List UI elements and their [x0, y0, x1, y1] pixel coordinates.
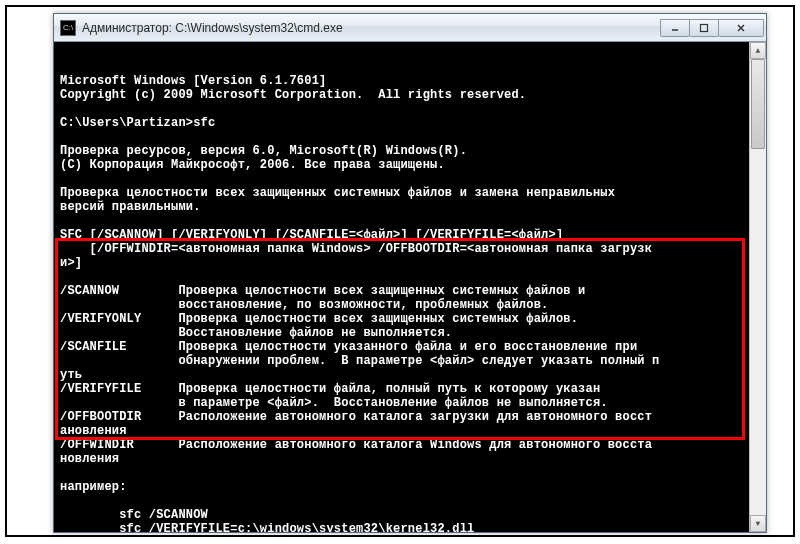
console-line: sfc /VERIFYFILE=c:\windows\system32\kern…: [60, 522, 747, 532]
console-line: [60, 130, 747, 144]
console-line: Проверка целостности всех защищенных сис…: [60, 186, 747, 200]
console-line: /SCANNOW Проверка целостности всех защищ…: [60, 284, 747, 298]
svg-rect-1: [701, 24, 708, 31]
console-line: обнаружении проблем. В параметре <файл> …: [60, 354, 747, 368]
console-line: [/OFFWINDIR=<автономная папка Windows> /…: [60, 242, 747, 256]
console-line: /OFFBOOTDIR Расположение автономного кат…: [60, 410, 747, 424]
console-line: [60, 102, 747, 116]
console-line: ановления: [60, 424, 747, 438]
console-line: и>]: [60, 256, 747, 270]
console-line: C:\Users\Partizan>sfc: [60, 116, 747, 130]
console-line: sfc /SCANNOW: [60, 508, 747, 522]
console-line: (С) Корпорация Майкрософт, 2006. Все пра…: [60, 158, 747, 172]
scroll-track[interactable]: [750, 59, 766, 515]
console-line: /SCANFILE Проверка целостности указанног…: [60, 340, 747, 354]
console-line: Microsoft Windows [Version 6.1.7601]: [60, 74, 747, 88]
console-output[interactable]: Microsoft Windows [Version 6.1.7601]Copy…: [54, 42, 749, 532]
console-line: в параметре <файл>. Восстановление файло…: [60, 396, 747, 410]
close-button[interactable]: [718, 19, 764, 37]
scroll-down-button[interactable]: ▼: [750, 515, 766, 532]
console-line: [60, 466, 747, 480]
console-line: [60, 214, 747, 228]
scroll-up-button[interactable]: ▲: [750, 42, 766, 59]
console-line: [60, 494, 747, 508]
minimize-button[interactable]: [660, 19, 690, 37]
window-title: Администратор: C:\Windows\system32\cmd.e…: [82, 21, 661, 35]
window-controls: [661, 19, 764, 37]
console-line: например:: [60, 480, 747, 494]
cmd-window: C:\ Администратор: C:\Windows\system32\c…: [53, 13, 767, 533]
console-line: уть: [60, 368, 747, 382]
console-line: версий правильными.: [60, 200, 747, 214]
cmd-icon: C:\: [60, 20, 76, 36]
chevron-up-icon: ▲: [756, 46, 761, 55]
console-line: Copyright (c) 2009 Microsoft Corporation…: [60, 88, 747, 102]
console-line: [60, 172, 747, 186]
console-line: /OFFWINDIR Расположение автономного ката…: [60, 438, 747, 452]
titlebar[interactable]: C:\ Администратор: C:\Windows\system32\c…: [54, 14, 766, 42]
screenshot-wrapper: C:\ Администратор: C:\Windows\system32\c…: [5, 5, 795, 537]
console-area: Microsoft Windows [Version 6.1.7601]Copy…: [54, 42, 766, 532]
console-line: /VERIFYFILE Проверка целостности файла, …: [60, 382, 747, 396]
console-line: [60, 270, 747, 284]
console-line: Проверка ресурсов, версия 6.0, Microsoft…: [60, 144, 747, 158]
console-line: SFC [/SCANNOW] [/VERIFYONLY] [/SCANFILE=…: [60, 228, 747, 242]
vertical-scrollbar[interactable]: ▲ ▼: [749, 42, 766, 532]
chevron-down-icon: ▼: [756, 519, 761, 528]
console-line: /VERIFYONLY Проверка целостности всех за…: [60, 312, 747, 326]
scroll-thumb[interactable]: [751, 59, 765, 149]
console-line: восстановление, по возможности, проблемн…: [60, 298, 747, 312]
console-line: Восстановление файлов не выполняется.: [60, 326, 747, 340]
console-line: новления: [60, 452, 747, 466]
maximize-button[interactable]: [689, 19, 719, 37]
